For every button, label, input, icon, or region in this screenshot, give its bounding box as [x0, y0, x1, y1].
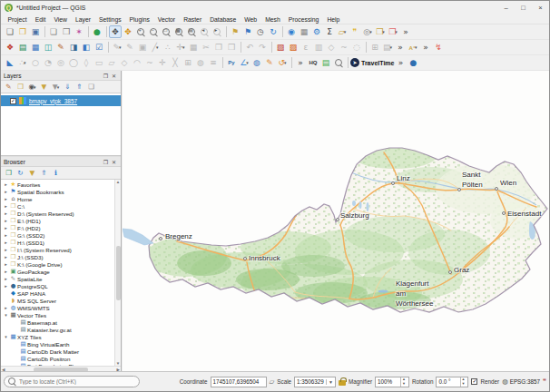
locator-input[interactable] [19, 378, 135, 385]
processing-toolbox-icon[interactable]: ⚙ [310, 25, 323, 38]
expander-icon[interactable]: ▸ [3, 203, 9, 209]
render-checkbox[interactable]: ✓ [471, 378, 477, 385]
expander-icon[interactable]: ▸ [3, 240, 9, 245]
close-button[interactable]: × [532, 1, 549, 15]
statistics-panel-icon[interactable]: Σ [323, 25, 336, 38]
add-vector-layer-icon[interactable]: ▤ [16, 41, 29, 54]
data-source-manager-icon[interactable]: ❖ [4, 41, 16, 54]
menu-processing[interactable]: Processing [284, 16, 323, 23]
style-manager-icon[interactable]: ✶ [73, 25, 85, 38]
metasearch-icon[interactable]: ◍ [250, 56, 263, 69]
expander-icon[interactable]: ▸ [3, 196, 9, 201]
browser-item-spatialite[interactable]: ▸✎SpatiaLite [1, 275, 121, 282]
toolbar-overflow-3b-icon[interactable]: » [394, 56, 407, 69]
expander-icon[interactable]: ▸ [3, 225, 9, 230]
add-mesh-layer-icon[interactable]: ◫ [42, 41, 54, 54]
lock-scale-icon[interactable] [339, 380, 346, 386]
menu-vector[interactable]: Vector [153, 16, 179, 23]
zoom-to-layer-icon[interactable]: ▤ [185, 25, 198, 38]
map-canvas[interactable]: BregenzInnsbruckSalzburgLinzSanktPöltenW… [123, 71, 549, 371]
elevation-profile-icon[interactable]: ∠▾ [238, 56, 250, 69]
browser-item-spatial-bookmarks[interactable]: ▸⚑Spatial Bookmarks [1, 188, 121, 195]
browser-item-k-google-drive[interactable]: ▸❐K:\ (Google Drive) [1, 260, 121, 268]
save-project-icon[interactable]: ▣ [29, 25, 42, 38]
new-project-icon[interactable]: ❏ [4, 25, 16, 38]
layer-checkbox[interactable]: ✓ [10, 98, 16, 104]
add-vector-tile-layer-icon[interactable]: ☑ [93, 41, 105, 54]
toolbar-overflow-2b-icon[interactable]: » [419, 41, 432, 54]
browser-item-geopackage[interactable]: ▸▣GeoPackage [1, 268, 121, 275]
browser-item-ms-sql-server[interactable]: ◗MS SQL Server [1, 297, 121, 304]
browser-item-sap-hana[interactable]: ◆SAP HANA [1, 289, 121, 297]
quickmapservices-plugin-icon[interactable]: ● [91, 25, 103, 38]
refresh-map-icon[interactable]: ↻ [267, 25, 280, 38]
expander-icon[interactable]: ▾ [3, 334, 9, 339]
sketch-tool-icon[interactable]: ✎ [263, 56, 276, 69]
menu-project[interactable]: Project [4, 16, 31, 23]
menu-view[interactable]: View [50, 16, 72, 23]
crs-status[interactable]: ◍EPSG:3857 [502, 377, 540, 386]
expander-icon[interactable]: ▾ [3, 312, 9, 318]
add-delimited-text-layer-icon[interactable]: ✎ [54, 41, 67, 54]
filter-legend-icon[interactable]: ▼ [39, 82, 49, 92]
browser-properties-icon[interactable]: ℹ [51, 168, 61, 178]
search-layers-plugin-icon[interactable] [332, 56, 345, 69]
browser-item-cartodb-dark-matter[interactable]: ▤CartoDb Dark Matter [1, 348, 121, 355]
browser-item-postgresql[interactable]: ▸●PostgreSQL [1, 282, 121, 289]
identify-features-icon[interactable]: ◉ [285, 25, 298, 38]
deselect-features-icon[interactable]: ▨ [287, 41, 300, 54]
show-spatial-bookmarks-icon[interactable]: ⚑ [241, 25, 254, 38]
labeling-options-icon[interactable]: A⁺▾ [407, 41, 419, 54]
magnifier-spinbox[interactable]: 100%▲▼ [375, 377, 409, 387]
expand-all-icon[interactable]: ⇓ [63, 82, 73, 92]
hq-plugin-icon[interactable]: HQ [307, 56, 319, 69]
expander-icon[interactable]: ▸ [3, 305, 9, 310]
advanced-digitizing-panel-icon[interactable]: ◣ [4, 56, 16, 69]
browser-item-f-hd2[interactable]: ▸❐F:\ (HD2) [1, 224, 121, 231]
toolbar-overflow-1-icon[interactable]: » [399, 25, 412, 38]
python-console-icon[interactable]: Py [225, 56, 238, 69]
collapse-all-icon[interactable]: ⇑ [74, 82, 84, 92]
menu-database[interactable]: Database [206, 16, 241, 23]
add-raster-layer-icon[interactable]: ▦ [29, 41, 42, 54]
open-attribute-table-icon[interactable]: ▦ [298, 25, 310, 38]
browser-item-e-hd1[interactable]: ▸❐E:\ (HD1) [1, 217, 121, 224]
browser-item-wms-wmts[interactable]: ▸◍WMS/WMTS [1, 304, 121, 311]
layers-panel-close-button[interactable]: ✕ [110, 73, 118, 79]
coordinate-value[interactable]: 1745107,6396504 [211, 377, 267, 387]
expander-icon[interactable]: ▸ [3, 211, 9, 216]
show-layout-manager-icon[interactable]: ❒ [60, 25, 73, 38]
expander-icon[interactable]: ▸ [3, 181, 9, 187]
select-features-icon[interactable]: ▧ [274, 41, 287, 54]
browser-item-i-system-reserved[interactable]: ▸❐I:\ (System Reserved) [1, 246, 121, 253]
traveltime-plugin-icon[interactable]: ➤TravelTime [350, 56, 394, 69]
zoom-to-selection-icon[interactable]: ▦ [172, 25, 185, 38]
temporal-controller-icon[interactable]: ◷ [254, 25, 267, 38]
zoom-out-icon[interactable]: − [147, 25, 160, 38]
browser-item-esri-boundaries-places[interactable]: ▤Esri Boundaries Places [1, 362, 121, 366]
messages-icon[interactable]: ❞ [543, 377, 546, 386]
open-layer-styling-panel-icon[interactable]: ✎ [4, 82, 14, 92]
menu-web[interactable]: Web [241, 16, 261, 23]
collapse-browser-icon[interactable]: ⇑ [39, 168, 49, 178]
expander-icon[interactable]: ▸ [3, 189, 9, 194]
menu-edit[interactable]: Edit [31, 16, 50, 23]
zoom-full-extent-icon[interactable]: ▭ [160, 25, 172, 38]
menu-raster[interactable]: Raster [180, 16, 206, 23]
pan-to-selection-icon[interactable]: ✥ [122, 25, 134, 38]
expander-icon[interactable]: ▸ [3, 261, 9, 267]
menu-layer[interactable]: Layer [71, 16, 94, 23]
browser-panel-close-button[interactable]: ✕ [110, 159, 118, 165]
chart-plugin-icon[interactable]: ▤ [319, 56, 332, 69]
browser-item-h-ssd1[interactable]: ▸❐H:\ (SSD1) [1, 239, 121, 246]
new-spatial-bookmark-icon[interactable]: ⚑ [229, 25, 241, 38]
browser-item-basemap-at[interactable]: ▤Basemap.at [1, 318, 121, 326]
menu-settings[interactable]: Settings [95, 16, 126, 23]
toolbar-overflow-3a-icon[interactable]: » [294, 56, 307, 69]
remove-layer-icon[interactable]: ❑ [86, 82, 96, 92]
add-selected-layers-icon[interactable]: ❐ [4, 168, 14, 178]
browser-item-favorites[interactable]: ▸★Favorites [1, 181, 121, 188]
expander-icon[interactable]: ▸ [3, 247, 9, 252]
menu-mesh[interactable]: Mesh [261, 16, 285, 23]
browser-panel-float-button[interactable]: ❐ [102, 159, 110, 165]
